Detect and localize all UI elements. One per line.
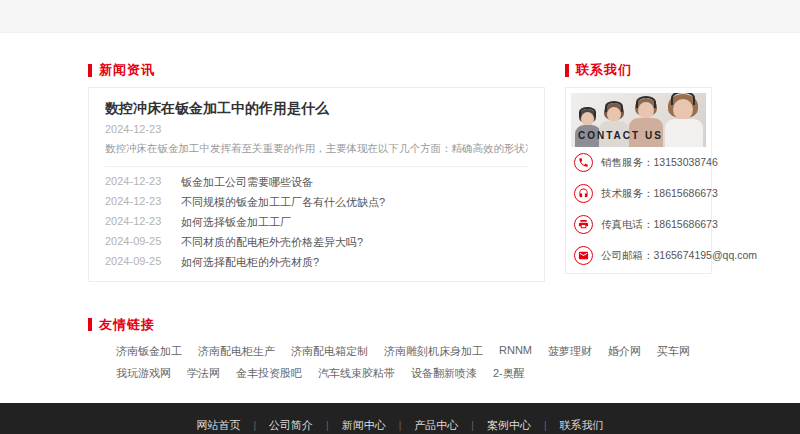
friendly-link[interactable]: 婚介网 <box>608 344 641 359</box>
nav-separator: | <box>399 420 402 431</box>
news-list-item[interactable]: 2024-12-23 钣金加工公司需要哪些设备 <box>105 172 528 192</box>
news-item-title: 如何选择钣金加工工厂 <box>181 215 291 230</box>
links-section-header: 友情链接 <box>88 316 712 334</box>
news-box: 数控冲床在钣金加工中的作用是什么 2024-12-23 数控冲床在钣金加工中发挥… <box>88 87 545 282</box>
red-bar-icon <box>565 64 569 77</box>
friendly-link[interactable]: 济南雕刻机床身加工 <box>384 344 483 359</box>
footer-nav-contact[interactable]: 联系我们 <box>560 418 604 433</box>
contact-row-fax: 传真电话：18615686673 <box>571 209 706 240</box>
red-bar-icon <box>88 64 92 77</box>
footer-nav-news[interactable]: 新闻中心 <box>342 418 386 433</box>
news-item-date: 2024-09-25 <box>105 235 167 250</box>
friendly-link[interactable]: 设备翻新喷漆 <box>411 366 477 381</box>
contact-label: 传真电话： <box>601 218 654 230</box>
news-list-item[interactable]: 2024-12-23 如何选择钣金加工工厂 <box>105 212 528 232</box>
main-content: 新闻资讯 数控冲床在钣金加工中的作用是什么 2024-12-23 数控冲床在钣金… <box>88 33 712 381</box>
news-section-header: 新闻资讯 <box>88 61 545 79</box>
news-item-title: 不同规模的钣金加工工厂各有什么优缺点? <box>181 195 385 210</box>
contact-value: 18615686673 <box>654 218 718 230</box>
friendly-link[interactable]: 我玩游戏网 <box>116 366 171 381</box>
contact-label: 技术服务： <box>601 187 654 199</box>
friendly-link[interactable]: 汽车线束胶粘带 <box>318 366 395 381</box>
nav-separator: | <box>544 420 547 431</box>
nav-separator: | <box>471 420 474 431</box>
red-bar-icon <box>88 318 92 331</box>
support-agent-figure <box>663 94 705 147</box>
links-section-title: 友情链接 <box>99 316 155 334</box>
footer-nav: 网站首页 | 公司简介 | 新闻中心 | 产品中心 | 案例中心 | 联系我们 <box>0 403 800 434</box>
news-section: 新闻资讯 数控冲床在钣金加工中的作用是什么 2024-12-23 数控冲床在钣金… <box>88 33 545 282</box>
footer-nav-cases[interactable]: 案例中心 <box>487 418 531 433</box>
footer-nav-home[interactable]: 网站首页 <box>196 418 240 433</box>
contact-label: 公司邮箱： <box>601 249 654 261</box>
contact-value: 18615686673 <box>654 187 718 199</box>
news-item-date: 2024-12-23 <box>105 215 167 230</box>
contact-value: 13153038746 <box>654 156 718 168</box>
friendly-link[interactable]: RNNM <box>499 344 532 359</box>
news-list-item[interactable]: 2024-09-25 如何选择配电柜的外壳材质? <box>105 253 528 273</box>
nav-separator: | <box>326 420 329 431</box>
friendly-links-list: 济南钣金加工 济南配电柜生产 济南配电箱定制 济南雕刻机床身加工 RNNM 菠萝… <box>88 344 712 381</box>
contact-value: 3165674195@qq.com <box>654 249 758 261</box>
friendly-link[interactable]: 金丰投资股吧 <box>236 366 302 381</box>
featured-article-excerpt: 数控冲床在钣金加工中发挥着至关重要的作用，主要体现在以下几个方面：精确高效的形状… <box>105 142 528 156</box>
contact-row-sales: 销售服务：13153038746 <box>571 147 706 178</box>
contact-section-header: 联系我们 <box>565 61 712 79</box>
contact-team-photo: CONTACT US <box>571 93 706 147</box>
news-item-date: 2024-09-25 <box>105 255 167 270</box>
featured-article-date: 2024-12-23 <box>105 123 528 135</box>
friendly-link[interactable]: 2-奥醒 <box>493 366 525 381</box>
featured-article-title[interactable]: 数控冲床在钣金加工中的作用是什么 <box>105 100 528 118</box>
friendly-link[interactable]: 济南配电柜生产 <box>198 344 275 359</box>
contact-label: 销售服务： <box>601 156 654 168</box>
contact-row-email: 公司邮箱：3165674195@qq.com <box>571 240 706 271</box>
news-item-date: 2024-12-23 <box>105 195 167 210</box>
divider <box>105 166 528 167</box>
contact-text: 公司邮箱：3165674195@qq.com <box>601 249 757 263</box>
news-list-item[interactable]: 2024-12-23 不同规模的钣金加工工厂各有什么优缺点? <box>105 192 528 212</box>
news-list-item[interactable]: 2024-09-25 不同材质的配电柜外壳价格差异大吗? <box>105 233 528 253</box>
footer-nav-about[interactable]: 公司简介 <box>269 418 313 433</box>
news-item-title: 如何选择配电柜的外壳材质? <box>181 255 319 270</box>
fax-icon <box>574 215 593 234</box>
news-item-title: 不同材质的配电柜外壳价格差异大吗? <box>181 235 363 250</box>
contact-text: 销售服务：13153038746 <box>601 156 718 170</box>
support-agent-figure <box>575 109 601 147</box>
mail-icon <box>574 246 593 265</box>
footer: 网站首页 | 公司简介 | 新闻中心 | 产品中心 | 案例中心 | 联系我们 … <box>0 403 800 434</box>
top-strip <box>0 0 800 33</box>
news-item-title: 钣金加工公司需要哪些设备 <box>181 175 313 190</box>
phone-icon <box>574 153 593 172</box>
contact-section-title: 联系我们 <box>576 61 632 79</box>
news-item-date: 2024-12-23 <box>105 175 167 190</box>
friendly-links-section: 友情链接 济南钣金加工 济南配电柜生产 济南配电箱定制 济南雕刻机床身加工 RN… <box>88 316 712 381</box>
headset-icon <box>574 184 593 203</box>
contact-row-tech: 技术服务：18615686673 <box>571 178 706 209</box>
contact-box: CONTACT US 销售服务：13153038746 技术服务：1861568… <box>565 87 712 274</box>
friendly-link[interactable]: 买车网 <box>657 344 690 359</box>
footer-nav-products[interactable]: 产品中心 <box>414 418 458 433</box>
contact-text: 技术服务：18615686673 <box>601 187 718 201</box>
contact-section: 联系我们 <box>565 33 712 274</box>
friendly-link[interactable]: 济南配电箱定制 <box>291 344 368 359</box>
contact-text: 传真电话：18615686673 <box>601 218 718 232</box>
nav-separator: | <box>253 420 256 431</box>
friendly-link[interactable]: 学法网 <box>187 366 220 381</box>
friendly-link[interactable]: 济南钣金加工 <box>116 344 182 359</box>
friendly-link[interactable]: 菠萝理财 <box>548 344 592 359</box>
news-section-title: 新闻资讯 <box>99 61 155 79</box>
contact-photo-caption: CONTACT US <box>578 130 663 141</box>
